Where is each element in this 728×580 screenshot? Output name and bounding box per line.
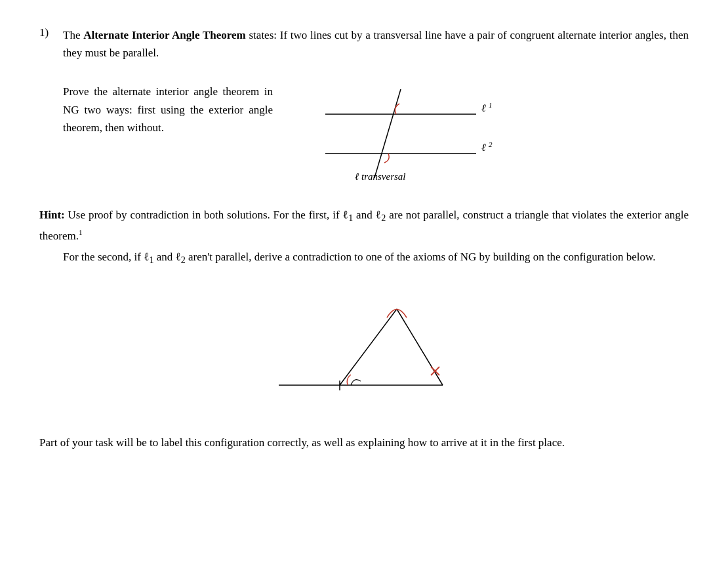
diagram-1: ℓ 1 ℓ 2 ℓ transversal <box>299 83 689 188</box>
prove-text: Prove the alternate interior angle theor… <box>63 83 273 136</box>
triangle-diagram <box>239 281 489 413</box>
svg-line-6 <box>374 89 401 178</box>
transversal-diagram: ℓ 1 ℓ 2 ℓ transversal <box>299 83 509 188</box>
prove-section: Prove the alternate interior angle theor… <box>63 83 689 188</box>
svg-text:1: 1 <box>489 101 493 109</box>
second-section: For the second, if ℓ1 and ℓ2 aren't para… <box>63 248 689 268</box>
svg-text:2: 2 <box>489 140 493 148</box>
problem-item: 1) The Alternate Interior Angle Theorem … <box>39 26 689 453</box>
svg-line-10 <box>340 309 397 385</box>
part-text: Part of your task will be to label this … <box>39 436 565 449</box>
problem-statement: The Alternate Interior Angle Theorem sta… <box>63 26 689 62</box>
problem-number: 1) <box>39 26 63 39</box>
hint-label: Hint: <box>39 209 65 221</box>
svg-text:ℓ: ℓ <box>481 142 486 153</box>
problem-header: 1) The Alternate Interior Angle Theorem … <box>39 26 689 62</box>
second-text: For the second, if ℓ1 and ℓ2 aren't para… <box>63 251 655 263</box>
diagram-2-container <box>39 281 689 413</box>
part-section: Part of your task will be to label this … <box>39 434 689 453</box>
svg-text:ℓ: ℓ <box>481 102 486 114</box>
intro-text: The <box>63 29 83 41</box>
hint-section: Hint: Use proof by contradiction in both… <box>39 206 689 245</box>
theorem-name: Alternate Interior Angle Theorem <box>83 29 246 41</box>
main-content: 1) The Alternate Interior Angle Theorem … <box>39 26 689 453</box>
hint-text: Use proof by contradiction in both solut… <box>39 209 689 241</box>
footnote: 1 <box>79 228 83 236</box>
svg-text:ℓ transversal: ℓ transversal <box>355 171 406 182</box>
svg-line-11 <box>397 309 443 385</box>
